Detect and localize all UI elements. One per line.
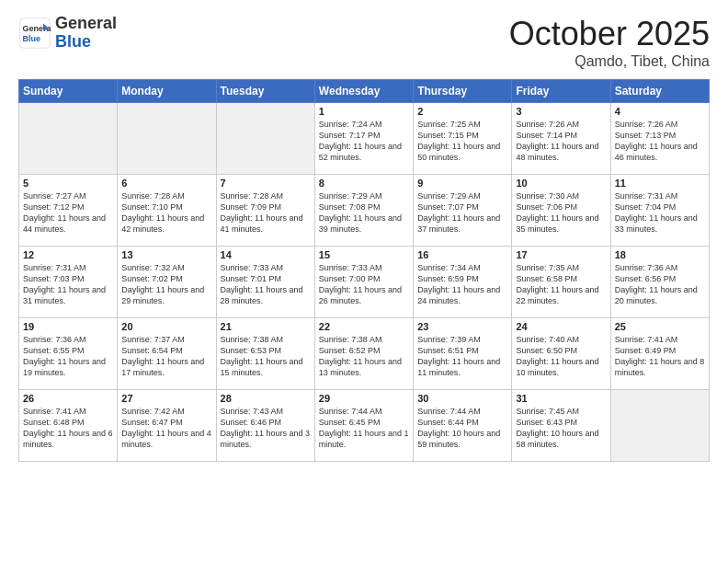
cell-info: Sunrise: 7:31 AMSunset: 7:04 PMDaylight:… <box>615 190 705 236</box>
cell-info: Sunrise: 7:29 AMSunset: 7:07 PMDaylight:… <box>417 190 507 236</box>
table-row: 26Sunrise: 7:41 AMSunset: 6:48 PMDayligh… <box>19 390 118 462</box>
day-number: 31 <box>516 393 606 404</box>
cell-info: Sunrise: 7:31 AMSunset: 7:03 PMDaylight:… <box>23 262 113 307</box>
cell-info: Sunrise: 7:34 AMSunset: 6:59 PMDaylight:… <box>417 262 507 307</box>
cell-info: Sunrise: 7:39 AMSunset: 6:51 PMDaylight:… <box>417 334 507 379</box>
day-number: 15 <box>319 249 409 260</box>
table-row: 21Sunrise: 7:38 AMSunset: 6:53 PMDayligh… <box>216 318 314 390</box>
header-friday: Friday <box>512 80 610 103</box>
cell-info: Sunrise: 7:38 AMSunset: 6:52 PMDaylight:… <box>319 334 409 379</box>
day-number: 10 <box>516 178 606 189</box>
location: Qamdo, Tibet, China <box>509 53 710 70</box>
day-number: 8 <box>319 178 409 189</box>
day-number: 7 <box>221 178 311 189</box>
day-number: 29 <box>319 393 409 404</box>
cell-info: Sunrise: 7:40 AMSunset: 6:50 PMDaylight:… <box>516 334 606 379</box>
table-row: 30Sunrise: 7:44 AMSunset: 6:44 PMDayligh… <box>414 390 512 462</box>
logo-text: General Blue <box>55 15 117 52</box>
cell-info: Sunrise: 7:32 AMSunset: 7:02 PMDaylight:… <box>121 262 211 307</box>
cell-info: Sunrise: 7:38 AMSunset: 6:53 PMDaylight:… <box>221 334 311 379</box>
table-row: 28Sunrise: 7:43 AMSunset: 6:46 PMDayligh… <box>216 390 314 462</box>
cell-info: Sunrise: 7:28 AMSunset: 7:10 PMDaylight:… <box>121 190 211 236</box>
table-row: 13Sunrise: 7:32 AMSunset: 7:02 PMDayligh… <box>118 247 216 318</box>
cell-info: Sunrise: 7:30 AMSunset: 7:06 PMDaylight:… <box>516 190 606 236</box>
day-number: 19 <box>23 321 113 332</box>
day-number: 20 <box>121 321 211 332</box>
table-row: 23Sunrise: 7:39 AMSunset: 6:51 PMDayligh… <box>414 318 512 390</box>
day-number: 5 <box>23 178 113 189</box>
header-saturday: Saturday <box>610 80 709 103</box>
day-number: 3 <box>516 106 606 117</box>
header-sunday: Sunday <box>19 80 118 103</box>
day-number: 13 <box>121 249 211 260</box>
table-row: 9Sunrise: 7:29 AMSunset: 7:07 PMDaylight… <box>414 175 512 247</box>
table-row <box>118 103 216 175</box>
header-tuesday: Tuesday <box>216 80 314 103</box>
cell-info: Sunrise: 7:29 AMSunset: 7:08 PMDaylight:… <box>319 190 409 236</box>
header: General Blue General Blue October 2025 Q… <box>18 15 710 70</box>
table-row: 25Sunrise: 7:41 AMSunset: 6:49 PMDayligh… <box>610 318 709 390</box>
table-row <box>610 390 709 462</box>
day-number: 24 <box>516 321 606 332</box>
day-number: 23 <box>417 321 507 332</box>
day-number: 27 <box>121 393 211 404</box>
day-number: 2 <box>417 106 507 117</box>
table-row: 16Sunrise: 7:34 AMSunset: 6:59 PMDayligh… <box>414 247 512 318</box>
table-row: 2Sunrise: 7:25 AMSunset: 7:15 PMDaylight… <box>414 103 512 175</box>
header-thursday: Thursday <box>414 80 512 103</box>
day-number: 11 <box>615 178 705 189</box>
day-number: 12 <box>23 249 113 260</box>
cell-info: Sunrise: 7:44 AMSunset: 6:45 PMDaylight:… <box>319 406 409 451</box>
table-row: 29Sunrise: 7:44 AMSunset: 6:45 PMDayligh… <box>314 390 413 462</box>
svg-text:Blue: Blue <box>23 34 41 43</box>
table-row <box>19 103 118 175</box>
table-row: 20Sunrise: 7:37 AMSunset: 6:54 PMDayligh… <box>118 318 216 390</box>
table-row: 31Sunrise: 7:45 AMSunset: 6:43 PMDayligh… <box>512 390 610 462</box>
day-number: 4 <box>615 106 705 117</box>
day-number: 21 <box>221 321 311 332</box>
cell-info: Sunrise: 7:36 AMSunset: 6:56 PMDaylight:… <box>615 262 705 307</box>
day-number: 25 <box>615 321 705 332</box>
cell-info: Sunrise: 7:24 AMSunset: 7:17 PMDaylight:… <box>319 119 409 164</box>
logo-blue-text: Blue <box>55 33 117 52</box>
day-number: 14 <box>221 249 311 260</box>
table-row: 1Sunrise: 7:24 AMSunset: 7:17 PMDaylight… <box>314 103 413 175</box>
table-row: 22Sunrise: 7:38 AMSunset: 6:52 PMDayligh… <box>314 318 413 390</box>
table-row: 6Sunrise: 7:28 AMSunset: 7:10 PMDaylight… <box>118 175 216 247</box>
table-row: 24Sunrise: 7:40 AMSunset: 6:50 PMDayligh… <box>512 318 610 390</box>
calendar-week-row: 1Sunrise: 7:24 AMSunset: 7:17 PMDaylight… <box>19 103 710 175</box>
table-row: 8Sunrise: 7:29 AMSunset: 7:08 PMDaylight… <box>314 175 413 247</box>
table-row: 14Sunrise: 7:33 AMSunset: 7:01 PMDayligh… <box>216 247 314 318</box>
logo-general-text: General <box>55 15 117 33</box>
header-wednesday: Wednesday <box>314 80 413 103</box>
table-row: 17Sunrise: 7:35 AMSunset: 6:58 PMDayligh… <box>512 247 610 318</box>
cell-info: Sunrise: 7:45 AMSunset: 6:43 PMDaylight:… <box>516 406 606 451</box>
calendar-week-row: 5Sunrise: 7:27 AMSunset: 7:12 PMDaylight… <box>19 175 710 247</box>
calendar-week-row: 19Sunrise: 7:36 AMSunset: 6:55 PMDayligh… <box>19 318 710 390</box>
table-row: 27Sunrise: 7:42 AMSunset: 6:47 PMDayligh… <box>118 390 216 462</box>
table-row: 12Sunrise: 7:31 AMSunset: 7:03 PMDayligh… <box>19 247 118 318</box>
day-number: 30 <box>417 393 507 404</box>
cell-info: Sunrise: 7:41 AMSunset: 6:48 PMDaylight:… <box>23 406 113 451</box>
logo: General Blue General Blue <box>18 15 117 52</box>
day-number: 26 <box>23 393 113 404</box>
table-row: 5Sunrise: 7:27 AMSunset: 7:12 PMDaylight… <box>19 175 118 247</box>
day-number: 28 <box>221 393 311 404</box>
header-monday: Monday <box>118 80 216 103</box>
title-block: October 2025 Qamdo, Tibet, China <box>509 15 710 70</box>
cell-info: Sunrise: 7:44 AMSunset: 6:44 PMDaylight:… <box>417 406 507 451</box>
day-number: 16 <box>417 249 507 260</box>
cell-info: Sunrise: 7:35 AMSunset: 6:58 PMDaylight:… <box>516 262 606 307</box>
cell-info: Sunrise: 7:42 AMSunset: 6:47 PMDaylight:… <box>121 406 211 451</box>
table-row: 18Sunrise: 7:36 AMSunset: 6:56 PMDayligh… <box>610 247 709 318</box>
cell-info: Sunrise: 7:37 AMSunset: 6:54 PMDaylight:… <box>121 334 211 379</box>
calendar-header-row: Sunday Monday Tuesday Wednesday Thursday… <box>19 80 710 103</box>
calendar-week-row: 26Sunrise: 7:41 AMSunset: 6:48 PMDayligh… <box>19 390 710 462</box>
table-row <box>216 103 314 175</box>
table-row: 4Sunrise: 7:26 AMSunset: 7:13 PMDaylight… <box>610 103 709 175</box>
calendar-week-row: 12Sunrise: 7:31 AMSunset: 7:03 PMDayligh… <box>19 247 710 318</box>
day-number: 17 <box>516 249 606 260</box>
cell-info: Sunrise: 7:36 AMSunset: 6:55 PMDaylight:… <box>23 334 113 379</box>
cell-info: Sunrise: 7:28 AMSunset: 7:09 PMDaylight:… <box>221 190 311 236</box>
page: General Blue General Blue October 2025 Q… <box>0 0 728 563</box>
